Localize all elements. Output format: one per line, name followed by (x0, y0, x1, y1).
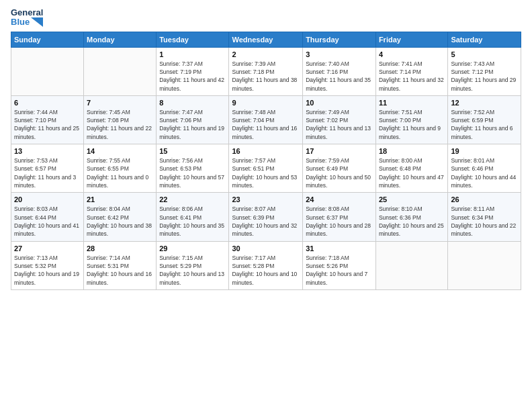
calendar-week-3: 13Sunrise: 7:53 AMSunset: 6:57 PMDayligh… (11, 144, 521, 193)
day-number: 1 (159, 50, 226, 58)
day-info: Sunrise: 7:52 AMSunset: 6:59 PMDaylight:… (451, 108, 518, 141)
calendar-cell: 3Sunrise: 7:40 AMSunset: 7:16 PMDaylight… (303, 47, 376, 95)
day-number: 3 (306, 50, 373, 58)
calendar-cell (84, 47, 157, 95)
calendar-table: SundayMondayTuesdayWednesdayThursdayFrid… (11, 32, 521, 290)
calendar-cell: 31Sunrise: 7:18 AMSunset: 5:26 PMDayligh… (303, 241, 376, 289)
calendar-cell: 1Sunrise: 7:37 AMSunset: 7:19 PMDaylight… (157, 47, 229, 95)
calendar-week-2: 6Sunrise: 7:44 AMSunset: 7:10 PMDaylight… (11, 95, 521, 144)
day-number: 12 (451, 99, 518, 107)
calendar-cell: 18Sunrise: 8:00 AMSunset: 6:48 PMDayligh… (375, 144, 447, 193)
calendar-cell: 9Sunrise: 7:48 AMSunset: 7:04 PMDaylight… (229, 95, 303, 144)
calendar-cell: 23Sunrise: 8:07 AMSunset: 6:39 PMDayligh… (229, 193, 303, 241)
day-number: 26 (451, 195, 518, 203)
day-number: 10 (306, 99, 373, 107)
calendar-cell: 27Sunrise: 7:13 AMSunset: 5:32 PMDayligh… (11, 241, 84, 289)
day-info: Sunrise: 8:11 AMSunset: 6:34 PMDaylight:… (451, 205, 518, 238)
logo-general: General (11, 8, 43, 17)
calendar-cell (375, 241, 447, 289)
day-number: 17 (306, 147, 373, 155)
calendar-cell: 26Sunrise: 8:11 AMSunset: 6:34 PMDayligh… (448, 193, 521, 241)
day-info: Sunrise: 7:59 AMSunset: 6:49 PMDaylight:… (306, 156, 373, 189)
day-info: Sunrise: 7:43 AMSunset: 7:12 PMDaylight:… (451, 60, 518, 93)
day-info: Sunrise: 8:07 AMSunset: 6:39 PMDaylight:… (232, 205, 300, 238)
calendar-cell: 24Sunrise: 8:08 AMSunset: 6:37 PMDayligh… (303, 193, 376, 241)
calendar-cell: 29Sunrise: 7:15 AMSunset: 5:29 PMDayligh… (157, 241, 229, 289)
calendar-header-row: SundayMondayTuesdayWednesdayThursdayFrid… (11, 32, 521, 47)
calendar-cell: 8Sunrise: 7:47 AMSunset: 7:06 PMDaylight… (157, 95, 229, 144)
day-number: 25 (379, 195, 445, 203)
calendar-cell: 4Sunrise: 7:41 AMSunset: 7:14 PMDaylight… (375, 47, 447, 95)
calendar-cell: 2Sunrise: 7:39 AMSunset: 7:18 PMDaylight… (229, 47, 303, 95)
day-info: Sunrise: 8:00 AMSunset: 6:48 PMDaylight:… (379, 156, 445, 189)
day-number: 19 (451, 147, 518, 155)
header: General Blue (11, 8, 521, 28)
day-number: 5 (451, 50, 518, 58)
calendar-cell: 19Sunrise: 8:01 AMSunset: 6:46 PMDayligh… (448, 144, 521, 193)
day-number: 4 (379, 50, 445, 58)
day-info: Sunrise: 7:39 AMSunset: 7:18 PMDaylight:… (232, 60, 300, 93)
col-header-sunday: Sunday (11, 32, 84, 47)
day-number: 18 (379, 147, 445, 155)
day-info: Sunrise: 7:51 AMSunset: 7:00 PMDaylight:… (379, 108, 445, 141)
day-info: Sunrise: 8:04 AMSunset: 6:42 PMDaylight:… (87, 205, 153, 238)
day-number: 8 (159, 99, 226, 107)
page-container: General Blue SundayMondayTuesdayWednesda… (0, 0, 532, 295)
calendar-cell: 13Sunrise: 7:53 AMSunset: 6:57 PMDayligh… (11, 144, 84, 193)
day-info: Sunrise: 8:03 AMSunset: 6:44 PMDaylight:… (14, 205, 81, 238)
day-number: 9 (232, 99, 300, 107)
day-info: Sunrise: 8:08 AMSunset: 6:37 PMDaylight:… (306, 205, 373, 238)
day-info: Sunrise: 7:45 AMSunset: 7:08 PMDaylight:… (87, 108, 153, 141)
calendar-cell (11, 47, 84, 95)
day-info: Sunrise: 7:14 AMSunset: 5:31 PMDaylight:… (87, 254, 153, 287)
calendar-cell: 7Sunrise: 7:45 AMSunset: 7:08 PMDaylight… (84, 95, 157, 144)
calendar-week-5: 27Sunrise: 7:13 AMSunset: 5:32 PMDayligh… (11, 241, 521, 289)
calendar-cell: 14Sunrise: 7:55 AMSunset: 6:55 PMDayligh… (84, 144, 157, 193)
day-number: 7 (87, 99, 153, 107)
svg-marker-0 (31, 17, 43, 27)
logo: General Blue (11, 8, 43, 28)
calendar-cell: 11Sunrise: 7:51 AMSunset: 7:00 PMDayligh… (375, 95, 447, 144)
day-info: Sunrise: 7:56 AMSunset: 6:53 PMDaylight:… (159, 156, 226, 189)
calendar-cell: 22Sunrise: 8:06 AMSunset: 6:41 PMDayligh… (157, 193, 229, 241)
day-info: Sunrise: 7:37 AMSunset: 7:19 PMDaylight:… (159, 60, 226, 93)
calendar-cell (448, 241, 521, 289)
day-info: Sunrise: 7:55 AMSunset: 6:55 PMDaylight:… (87, 156, 153, 189)
day-info: Sunrise: 7:48 AMSunset: 7:04 PMDaylight:… (232, 108, 300, 141)
day-number: 30 (232, 244, 300, 253)
day-number: 11 (379, 99, 445, 107)
col-header-friday: Friday (375, 32, 447, 47)
col-header-monday: Monday (84, 32, 157, 47)
calendar-cell: 25Sunrise: 8:10 AMSunset: 6:36 PMDayligh… (375, 193, 447, 241)
logo-text-block: General Blue (11, 8, 43, 28)
day-info: Sunrise: 8:01 AMSunset: 6:46 PMDaylight:… (451, 156, 518, 189)
calendar-cell: 28Sunrise: 7:14 AMSunset: 5:31 PMDayligh… (84, 241, 157, 289)
calendar-week-1: 1Sunrise: 7:37 AMSunset: 7:19 PMDaylight… (11, 47, 521, 95)
day-number: 14 (87, 147, 153, 155)
day-info: Sunrise: 8:10 AMSunset: 6:36 PMDaylight:… (379, 205, 445, 238)
day-info: Sunrise: 7:44 AMSunset: 7:10 PMDaylight:… (14, 108, 81, 141)
calendar-cell: 6Sunrise: 7:44 AMSunset: 7:10 PMDaylight… (11, 95, 84, 144)
day-info: Sunrise: 7:53 AMSunset: 6:57 PMDaylight:… (14, 156, 81, 189)
day-info: Sunrise: 7:47 AMSunset: 7:06 PMDaylight:… (159, 108, 226, 141)
day-info: Sunrise: 7:40 AMSunset: 7:16 PMDaylight:… (306, 60, 373, 93)
col-header-tuesday: Tuesday (157, 32, 229, 47)
day-number: 16 (232, 147, 300, 155)
day-number: 13 (14, 147, 81, 155)
day-number: 31 (306, 244, 373, 253)
calendar-cell: 16Sunrise: 7:57 AMSunset: 6:51 PMDayligh… (229, 144, 303, 193)
day-info: Sunrise: 7:18 AMSunset: 5:26 PMDaylight:… (306, 254, 373, 287)
day-number: 20 (14, 195, 81, 203)
day-number: 24 (306, 195, 373, 203)
day-number: 22 (159, 195, 226, 203)
calendar-cell: 12Sunrise: 7:52 AMSunset: 6:59 PMDayligh… (448, 95, 521, 144)
calendar-week-4: 20Sunrise: 8:03 AMSunset: 6:44 PMDayligh… (11, 193, 521, 241)
calendar-cell: 21Sunrise: 8:04 AMSunset: 6:42 PMDayligh… (84, 193, 157, 241)
day-number: 2 (232, 50, 300, 58)
calendar-cell: 20Sunrise: 8:03 AMSunset: 6:44 PMDayligh… (11, 193, 84, 241)
calendar-cell: 5Sunrise: 7:43 AMSunset: 7:12 PMDaylight… (448, 47, 521, 95)
col-header-saturday: Saturday (448, 32, 521, 47)
calendar-cell: 10Sunrise: 7:49 AMSunset: 7:02 PMDayligh… (303, 95, 376, 144)
logo-blue: Blue (11, 17, 43, 27)
day-info: Sunrise: 7:13 AMSunset: 5:32 PMDaylight:… (14, 254, 81, 287)
